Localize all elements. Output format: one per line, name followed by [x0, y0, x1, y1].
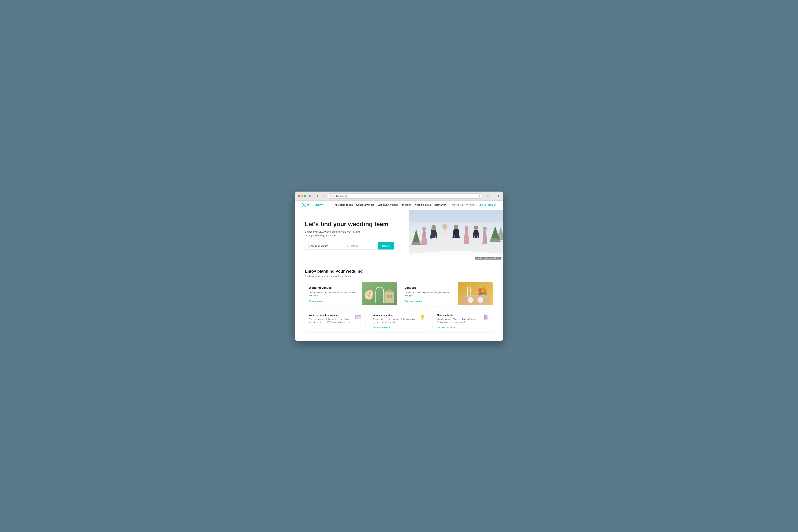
svg-rect-4 [497, 195, 499, 197]
website-icon [355, 314, 361, 321]
svg-point-19 [432, 225, 436, 230]
lightbulb-icon [420, 314, 425, 322]
venue-card-desc: Photos, reviews, and so much more... get… [309, 291, 358, 297]
svg-line-76 [424, 315, 424, 316]
svg-rect-6 [452, 205, 455, 206]
inspiration-card-desc: The latest trends and ideas... all the i… [373, 318, 417, 324]
svg-point-61 [461, 295, 490, 298]
location-prefix: in [347, 245, 348, 247]
inspiration-card-title: Infinite inspiration [373, 314, 417, 316]
planning-tools-card-desc: All under control: Checklist, Budget Pla… [437, 318, 481, 324]
svg-rect-18 [423, 231, 425, 237]
svg-point-30 [432, 214, 432, 215]
back-button[interactable] [315, 194, 320, 198]
minimize-button[interactable] [301, 195, 303, 197]
svg-point-21 [442, 224, 448, 229]
planning-tools-card-content: Planning tools All under control: Checkl… [437, 314, 481, 329]
planning-tools-card-title: Planning tools [437, 314, 481, 316]
nav-right: ARE YOU A VENDOR? LOG IN SIGN UP [452, 204, 496, 206]
nav-wedding-ideas[interactable]: WEDDING IDEAS [415, 204, 431, 206]
logo[interactable]: WEDDINGWIRE.ca [302, 203, 330, 207]
inspiration-link[interactable]: Get inspired here [373, 326, 390, 328]
nav-wedding-venues[interactable]: WEDDING VENUES [356, 204, 375, 206]
svg-point-29 [416, 217, 417, 218]
svg-point-47 [368, 295, 370, 298]
search-button[interactable]: Search [378, 242, 394, 249]
location-input[interactable] [349, 243, 376, 249]
planning-section: Enjoy planning your wedding Start planni… [295, 261, 503, 341]
svg-point-5 [304, 204, 304, 205]
svg-rect-1 [310, 195, 311, 195]
svg-rect-3 [310, 196, 311, 197]
svg-rect-22 [443, 229, 447, 235]
search-input[interactable] [311, 243, 342, 249]
top-nav: WEDDINGWIRE.ca PLANNING TOOLS WEDDING VE… [295, 201, 503, 210]
svg-point-72 [358, 315, 358, 316]
login-link[interactable]: LOG IN [479, 204, 486, 206]
svg-point-73 [421, 315, 424, 319]
small-cards-grid: Your free wedding website Give your gues… [305, 310, 493, 332]
website-card: Your free wedding website Give your gues… [305, 310, 365, 332]
planning-tools-card: Planning tools All under control: Checkl… [433, 310, 493, 332]
browser-actions [486, 194, 500, 198]
vendor-link[interactable]: ARE YOU A VENDOR? [452, 204, 476, 206]
browser-chrome: 🛡 weddingwire.ca ↻ [295, 192, 503, 201]
new-tab-button[interactable] [491, 194, 495, 198]
svg-rect-50 [387, 295, 389, 298]
share-button[interactable] [486, 194, 490, 198]
svg-point-17 [422, 227, 426, 231]
explore-venues-link[interactable]: Explore venues [309, 300, 324, 302]
logo-wire: WIRE [320, 204, 327, 207]
website-card-title: Your free wedding website [309, 314, 353, 316]
hero-subtitle: Search over 16,000 local professionals w… [305, 230, 403, 237]
venue-card: Wedding venues Photos, reviews, and so m… [305, 282, 397, 306]
sidebar-toggle-button[interactable] [309, 194, 313, 198]
close-button[interactable] [298, 195, 300, 197]
forward-button[interactable] [322, 194, 326, 198]
start-search-link[interactable]: Start your search [404, 300, 422, 302]
wedding-scene: Briar Rose Photography & Design [410, 210, 503, 261]
hero-title: Let's find your wedding team [305, 221, 403, 228]
svg-rect-51 [390, 295, 393, 298]
clipboard-icon [483, 314, 489, 322]
search-bar: in Search [305, 242, 394, 250]
svg-rect-81 [485, 315, 487, 316]
traffic-lights [298, 195, 306, 197]
nav-planning-tools[interactable]: PLANNING TOOLS [335, 204, 353, 206]
nav-dresses[interactable]: DRESSES [402, 204, 411, 206]
url-text: weddingwire.ca [333, 195, 477, 197]
svg-point-32 [464, 216, 464, 216]
maximize-button[interactable] [304, 195, 306, 197]
nav-community[interactable]: COMMUNITY [434, 204, 446, 206]
svg-point-36 [472, 221, 472, 221]
vendor-label: ARE YOU A VENDOR? [456, 204, 476, 206]
svg-point-38 [499, 216, 499, 217]
planning-tools-link[interactable]: Discover our tools [437, 326, 455, 328]
nav-wedding-vendors[interactable]: WEDDING VENDORS [378, 204, 398, 206]
svg-point-70 [356, 315, 357, 316]
refresh-icon[interactable]: ↻ [479, 195, 480, 197]
svg-point-25 [464, 226, 469, 230]
url-bar[interactable]: 🛡 weddingwire.ca ↻ [328, 193, 482, 198]
page-content: WEDDINGWIRE.ca PLANNING TOOLS WEDDING VE… [295, 201, 503, 341]
logo-text: WEDDINGWIRE.ca [307, 204, 330, 207]
svg-rect-87 [485, 318, 486, 319]
svg-point-37 [488, 223, 488, 224]
inspiration-card: Infinite inspiration The latest trends a… [369, 310, 429, 332]
svg-point-31 [448, 219, 449, 220]
svg-point-35 [440, 222, 440, 223]
main-nav: PLANNING TOOLS WEDDING VENUES WEDDING VE… [335, 204, 452, 206]
svg-point-63 [469, 298, 473, 302]
vendor-card-desc: Find the best wedding vendors near you i… [404, 291, 454, 297]
search-icon [307, 244, 310, 247]
svg-line-77 [421, 315, 421, 316]
vendor-card: Vendors Find the best wedding vendors ne… [401, 282, 493, 306]
logo-icon [302, 203, 306, 207]
tab-switcher-button[interactable] [496, 194, 500, 198]
venue-card-title: Wedding venues [309, 286, 358, 289]
hero-image: Briar Rose Photography & Design [410, 210, 503, 261]
planning-title: Enjoy planning your wedding [305, 269, 493, 274]
logo-wedding: WEDDING [307, 204, 320, 207]
svg-point-65 [478, 298, 482, 302]
signup-link[interactable]: SIGN UP [488, 204, 496, 206]
